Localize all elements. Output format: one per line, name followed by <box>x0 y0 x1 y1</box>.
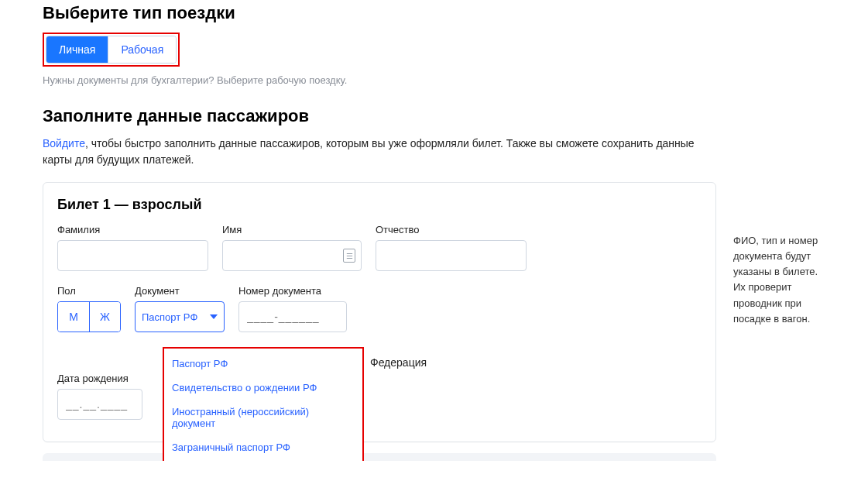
trip-type-work[interactable]: Рабочая <box>108 36 176 63</box>
gender-label: Пол <box>57 285 121 297</box>
trip-type-hint: Нужны документы для бухгалтерии? Выберит… <box>43 74 825 86</box>
ticket-card: Билет 1 — взрослый Фамилия Имя ☰ Отчеств… <box>43 182 716 442</box>
trip-type-segment: Личная Рабочая <box>46 36 177 64</box>
trip-type-personal[interactable]: Личная <box>46 36 108 63</box>
doc-option[interactable]: Иностранный (нероссийский) документ <box>164 400 362 435</box>
name-input[interactable] <box>222 240 362 271</box>
trip-type-segment-highlight: Личная Рабочая <box>43 33 180 67</box>
dob-label: Дата рождения <box>57 373 702 384</box>
surname-label: Фамилия <box>57 224 208 235</box>
surname-input[interactable] <box>57 240 208 271</box>
document-select-value: Паспорт РФ <box>142 311 197 323</box>
citizenship-text-tail: Федерация <box>370 356 427 369</box>
login-link[interactable]: Войдите <box>43 137 85 149</box>
patronymic-label: Отчество <box>376 224 527 235</box>
doc-option[interactable]: Военный билет <box>164 459 362 461</box>
name-label: Имя <box>222 224 362 235</box>
gender-toggle: М Ж <box>57 301 121 332</box>
document-number-input[interactable] <box>238 301 347 332</box>
document-number-label: Номер документа <box>238 285 347 297</box>
contact-picker-icon[interactable]: ☰ <box>343 249 355 263</box>
document-dropdown: Паспорт РФ Свидетельство о рождении РФ И… <box>163 347 364 461</box>
doc-option[interactable]: Заграничный паспорт РФ <box>164 435 362 459</box>
ticket-title: Билет 1 — взрослый <box>57 197 702 213</box>
dob-input[interactable] <box>57 389 142 420</box>
passengers-heading: Заполните данные пассажиров <box>43 106 825 126</box>
dropdown-triangle-icon <box>210 314 218 319</box>
document-label: Документ <box>135 285 225 297</box>
doc-option[interactable]: Паспорт РФ <box>164 352 362 376</box>
document-select[interactable]: Паспорт РФ <box>135 301 225 332</box>
patronymic-input[interactable] <box>376 240 527 271</box>
login-description: Войдите, чтобы быстро заполнить данные п… <box>43 136 716 168</box>
next-card-peek <box>43 453 716 461</box>
side-help-text: ФИО, тип и номер документа будут указаны… <box>733 233 825 327</box>
login-tail: , чтобы быстро заполнить данные пассажир… <box>43 137 695 166</box>
trip-type-heading: Выберите тип поездки <box>43 3 825 23</box>
gender-male[interactable]: М <box>58 302 89 332</box>
doc-option[interactable]: Свидетельство о рождении РФ <box>164 376 362 400</box>
gender-female[interactable]: Ж <box>89 302 120 332</box>
